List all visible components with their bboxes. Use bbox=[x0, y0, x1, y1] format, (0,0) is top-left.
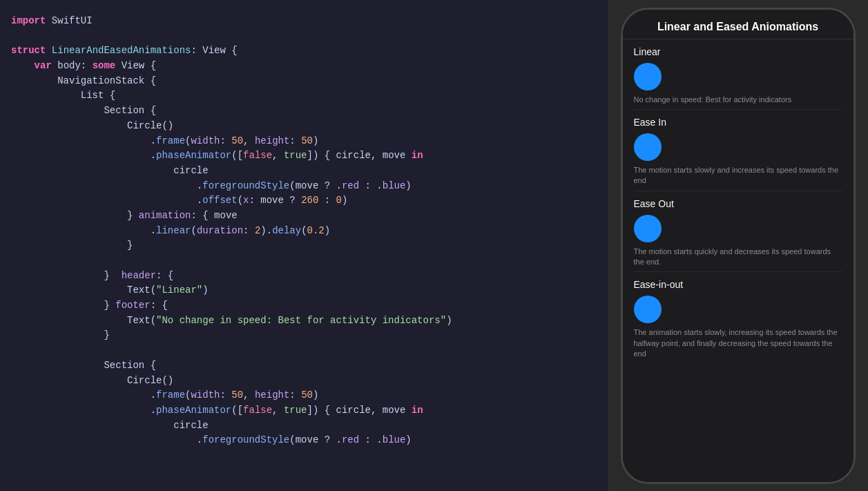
code-editor: import SwiftUI struct LinearAndEasedAnim… bbox=[0, 0, 608, 491]
code-line: import SwiftUI bbox=[11, 14, 597, 29]
code-line: .foregroundStyle(move ? .red : .blue) bbox=[11, 179, 597, 194]
code-line: var body: some View { bbox=[11, 59, 597, 74]
code-line: .frame(width: 50, height: 50) bbox=[11, 134, 597, 149]
code-line: .phaseAnimator([false, true]) { circle, … bbox=[11, 148, 597, 164]
list-item: Ease InThe motion starts slowly and incr… bbox=[634, 110, 842, 191]
circle-dot bbox=[634, 133, 662, 161]
code-line: Text("No change in speed: Best for activ… bbox=[11, 314, 597, 329]
nav-title: Linear and Eased Aniomations bbox=[623, 10, 853, 39]
list-item: LinearNo change in speed: Best for activ… bbox=[634, 39, 842, 110]
code-line: NavigationStack { bbox=[11, 74, 597, 89]
code-line: List { bbox=[11, 88, 597, 104]
code-line: circle bbox=[11, 164, 597, 179]
code-line: circle bbox=[11, 418, 597, 434]
code-line: Circle() bbox=[11, 374, 597, 389]
section-description: No change in speed: Best for activity in… bbox=[634, 95, 842, 105]
code-line: .linear(duration: 2).delay(0.2) bbox=[11, 224, 597, 239]
circle-dot bbox=[634, 63, 662, 90]
section-label: Ease In bbox=[634, 117, 842, 128]
section-label: Ease Out bbox=[634, 198, 842, 209]
code-line: } footer: { bbox=[11, 298, 597, 314]
list-item: Ease OutThe motion starts quickly and de… bbox=[634, 191, 842, 273]
circle-dot bbox=[634, 296, 662, 323]
section-description: The animation starts slowly, increasing … bbox=[634, 327, 842, 359]
code-line: } animation: { move bbox=[11, 209, 597, 224]
code-line: Section { bbox=[11, 358, 597, 374]
section-label: Linear bbox=[634, 46, 842, 57]
section-description: The motion starts quickly and decreases … bbox=[634, 247, 842, 268]
section-label: Ease-in-out bbox=[634, 279, 842, 290]
code-line: Text("Linear") bbox=[11, 283, 597, 298]
code-line: .foregroundStyle(move ? .red : .blue) bbox=[11, 433, 597, 448]
list-container: LinearNo change in speed: Best for activ… bbox=[623, 39, 853, 482]
code-line: } bbox=[11, 238, 597, 253]
phone-frame: Linear and Eased Aniomations LinearNo ch… bbox=[621, 8, 856, 484]
code-line: struct LinearAndEasedAnimations: View { bbox=[11, 44, 597, 59]
list-item: Ease-in-outThe animation starts slowly, … bbox=[634, 272, 842, 363]
code-line: .frame(width: 50, height: 50) bbox=[11, 388, 597, 403]
code-line: .offset(x: move ? 260 : 0) bbox=[11, 193, 597, 209]
phone-panel: Linear and Eased Aniomations LinearNo ch… bbox=[608, 0, 868, 491]
circle-dot bbox=[634, 215, 662, 242]
code-line: Circle() bbox=[11, 119, 597, 134]
phone-screen: Linear and Eased Aniomations LinearNo ch… bbox=[623, 10, 853, 482]
code-line: } header: { bbox=[11, 269, 597, 284]
code-line: Section { bbox=[11, 104, 597, 119]
code-line bbox=[11, 343, 597, 358]
code-line: } bbox=[11, 328, 597, 343]
section-description: The motion starts slowly and increases i… bbox=[634, 165, 842, 186]
code-line bbox=[11, 29, 597, 44]
code-line: .phaseAnimator([false, true]) { circle, … bbox=[11, 403, 597, 418]
code-line bbox=[11, 253, 597, 269]
